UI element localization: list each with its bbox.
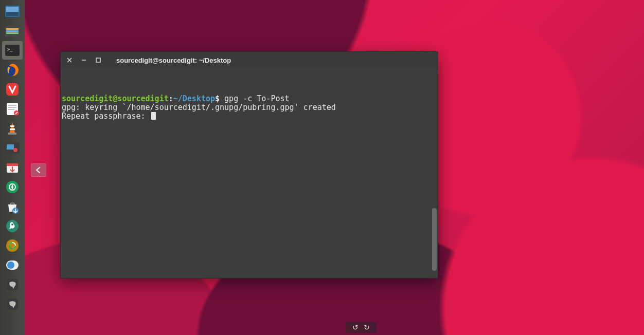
redo-button[interactable]: ↻	[364, 323, 370, 331]
dock-text-editor[interactable]	[2, 100, 23, 118]
dock-sync[interactable]	[2, 236, 23, 255]
dock-files[interactable]	[2, 22, 23, 40]
terminal-output-line: Repeat passphrase:	[62, 111, 150, 121]
svg-rect-35	[96, 58, 100, 62]
window-maximize-button[interactable]	[94, 55, 103, 65]
terminal-output-line: gpg: keyring `/home/sourcedigit/.gnupg/p…	[62, 103, 336, 112]
prompt-path: ~/Desktop	[173, 94, 215, 103]
dock-software-updater[interactable]	[2, 158, 23, 177]
dock-vivaldi[interactable]	[2, 80, 23, 99]
svg-rect-5	[6, 30, 19, 32]
arrow-left-icon	[34, 166, 43, 174]
dock-panel-toggle[interactable]	[2, 256, 23, 274]
close-icon	[67, 58, 72, 63]
svg-rect-2	[6, 12, 19, 16]
prompt-symbol: $	[215, 94, 220, 103]
prompt-separator: :	[169, 94, 173, 103]
terminal-body[interactable]: sourcedigit@sourcedigit:~/Desktop$ gpg -…	[61, 68, 438, 278]
terminal-cursor	[151, 112, 156, 120]
svg-point-31	[7, 262, 14, 269]
minimize-icon	[81, 58, 86, 63]
svg-rect-6	[6, 32, 19, 34]
terminal-titlebar[interactable]: sourcedigit@sourcedigit: ~/Desktop	[61, 52, 438, 68]
undo-button[interactable]: ↺	[352, 323, 359, 331]
dock-chat-1[interactable]	[2, 275, 23, 294]
terminal-title: sourcedigit@sourcedigit: ~/Desktop	[116, 57, 231, 64]
svg-rect-20	[7, 144, 14, 150]
maximize-icon	[96, 58, 101, 63]
terminal-scrollbar-thumb[interactable]	[432, 208, 437, 271]
svg-rect-4	[6, 28, 19, 30]
window-close-button[interactable]	[65, 55, 74, 65]
dock-terminal[interactable]: >_	[2, 41, 23, 60]
window-minimize-button[interactable]	[79, 55, 88, 65]
svg-point-29	[6, 239, 19, 252]
dock-software-center[interactable]	[2, 197, 23, 216]
dock-firefox[interactable]	[2, 61, 23, 79]
dock-screenshot[interactable]	[2, 139, 23, 157]
prompt-user-host: sourcedigit@sourcedigit	[62, 94, 169, 103]
desktop-back-widget[interactable]	[31, 163, 46, 177]
dock-chat-2[interactable]	[2, 295, 23, 313]
svg-rect-16	[10, 125, 14, 127]
svg-text:>_: >_	[7, 47, 13, 52]
dock-settings[interactable]	[2, 217, 23, 235]
terminal-command: gpg -c To-Post	[220, 94, 289, 103]
svg-point-28	[11, 224, 13, 226]
launcher-dock: >_	[0, 0, 25, 335]
svg-rect-1	[6, 7, 19, 12]
svg-point-21	[13, 148, 17, 152]
dock-shutter[interactable]	[2, 178, 23, 196]
dock-vlc[interactable]	[2, 119, 23, 138]
svg-rect-23	[7, 163, 18, 166]
bottom-control-bar: ↺ ↻	[346, 322, 377, 333]
svg-rect-17	[10, 128, 15, 130]
dock-workspace-switcher[interactable]	[2, 2, 23, 21]
terminal-window: sourcedigit@sourcedigit: ~/Desktop sourc…	[60, 51, 438, 278]
svg-rect-18	[8, 133, 16, 135]
